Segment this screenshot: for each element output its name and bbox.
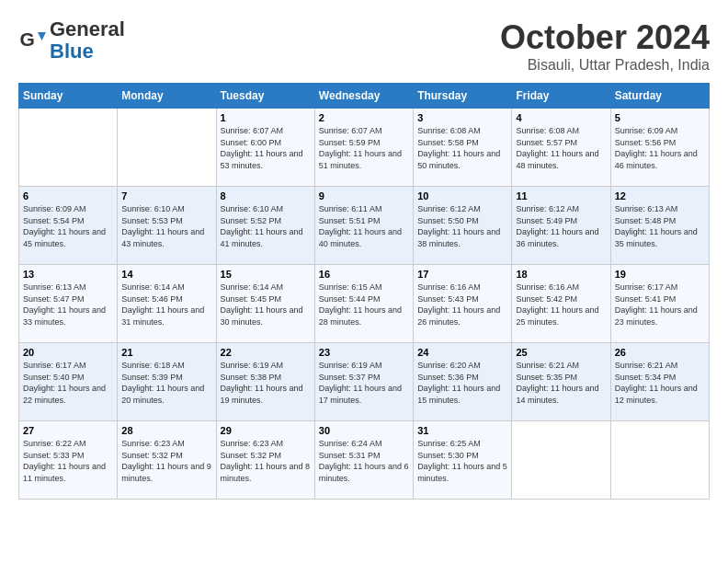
calendar-cell: 12Sunrise: 6:13 AM Sunset: 5:48 PM Dayli… [610,187,709,265]
day-header-thursday: Thursday [414,84,512,109]
calendar-cell: 4Sunrise: 6:08 AM Sunset: 5:57 PM Daylig… [512,109,610,187]
calendar-week-row: 27Sunrise: 6:22 AM Sunset: 5:33 PM Dayli… [19,421,710,500]
calendar-week-row: 20Sunrise: 6:17 AM Sunset: 5:40 PM Dayli… [19,343,710,421]
day-detail: Sunrise: 6:22 AM Sunset: 5:33 PM Dayligh… [23,438,113,484]
day-detail: Sunrise: 6:19 AM Sunset: 5:37 PM Dayligh… [319,360,409,406]
logo-icon: G [18,27,46,54]
day-detail: Sunrise: 6:11 AM Sunset: 5:51 PM Dayligh… [319,203,409,249]
month-title: October 2024 [500,18,710,57]
calendar-cell: 1Sunrise: 6:07 AM Sunset: 6:00 PM Daylig… [216,109,314,187]
day-detail: Sunrise: 6:19 AM Sunset: 5:38 PM Dayligh… [221,360,311,406]
day-number: 20 [23,347,113,358]
day-detail: Sunrise: 6:25 AM Sunset: 5:30 PM Dayligh… [417,438,507,484]
calendar-cell: 31Sunrise: 6:25 AM Sunset: 5:30 PM Dayli… [414,421,512,500]
day-detail: Sunrise: 6:07 AM Sunset: 6:00 PM Dayligh… [221,125,311,171]
day-detail: Sunrise: 6:23 AM Sunset: 5:32 PM Dayligh… [221,438,311,484]
day-number: 6 [23,190,113,201]
calendar-cell: 29Sunrise: 6:23 AM Sunset: 5:32 PM Dayli… [216,421,314,500]
calendar-cell: 14Sunrise: 6:14 AM Sunset: 5:46 PM Dayli… [118,265,216,343]
day-number: 8 [221,190,311,201]
day-header-saturday: Saturday [610,84,709,109]
calendar-cell: 3Sunrise: 6:08 AM Sunset: 5:58 PM Daylig… [414,109,512,187]
calendar-cell: 18Sunrise: 6:16 AM Sunset: 5:42 PM Dayli… [512,265,610,343]
day-number: 10 [417,190,507,201]
day-header-sunday: Sunday [19,84,118,109]
day-number: 3 [417,112,507,123]
day-detail: Sunrise: 6:21 AM Sunset: 5:34 PM Dayligh… [615,360,705,406]
day-header-tuesday: Tuesday [216,84,314,109]
day-number: 21 [121,347,211,358]
calendar-cell: 28Sunrise: 6:23 AM Sunset: 5:32 PM Dayli… [118,421,216,500]
day-number: 24 [417,347,507,358]
day-detail: Sunrise: 6:12 AM Sunset: 5:49 PM Dayligh… [516,203,606,249]
calendar-cell: 7Sunrise: 6:10 AM Sunset: 5:53 PM Daylig… [118,187,216,265]
calendar-cell: 19Sunrise: 6:17 AM Sunset: 5:41 PM Dayli… [610,265,709,343]
day-detail: Sunrise: 6:17 AM Sunset: 5:40 PM Dayligh… [23,360,113,406]
calendar-cell [118,109,216,187]
calendar-cell: 15Sunrise: 6:14 AM Sunset: 5:45 PM Dayli… [216,265,314,343]
day-detail: Sunrise: 6:18 AM Sunset: 5:39 PM Dayligh… [121,360,211,406]
day-detail: Sunrise: 6:07 AM Sunset: 5:59 PM Dayligh… [319,125,409,171]
calendar-header-row: SundayMondayTuesdayWednesdayThursdayFrid… [19,84,710,109]
day-number: 12 [615,190,705,201]
calendar-cell: 5Sunrise: 6:09 AM Sunset: 5:56 PM Daylig… [610,109,709,187]
day-detail: Sunrise: 6:08 AM Sunset: 5:58 PM Dayligh… [417,125,507,171]
location: Bisauli, Uttar Pradesh, India [500,57,710,74]
calendar-cell: 26Sunrise: 6:21 AM Sunset: 5:34 PM Dayli… [610,343,709,421]
day-number: 14 [121,269,211,280]
day-number: 23 [319,347,409,358]
svg-marker-2 [38,32,46,40]
day-number: 17 [417,269,507,280]
day-header-wednesday: Wednesday [314,84,413,109]
calendar-cell: 6Sunrise: 6:09 AM Sunset: 5:54 PM Daylig… [19,187,118,265]
calendar-cell: 21Sunrise: 6:18 AM Sunset: 5:39 PM Dayli… [118,343,216,421]
day-detail: Sunrise: 6:12 AM Sunset: 5:50 PM Dayligh… [417,203,507,249]
calendar-cell: 13Sunrise: 6:13 AM Sunset: 5:47 PM Dayli… [19,265,118,343]
day-number: 19 [615,269,705,280]
day-number: 9 [319,190,409,201]
calendar-cell: 20Sunrise: 6:17 AM Sunset: 5:40 PM Dayli… [19,343,118,421]
calendar-body: 1Sunrise: 6:07 AM Sunset: 6:00 PM Daylig… [19,109,710,500]
title-block: October 2024 Bisauli, Uttar Pradesh, Ind… [500,18,710,74]
day-number: 28 [121,425,211,436]
day-detail: Sunrise: 6:13 AM Sunset: 5:47 PM Dayligh… [23,282,113,327]
calendar-cell: 16Sunrise: 6:15 AM Sunset: 5:44 PM Dayli… [314,265,413,343]
calendar-cell: 22Sunrise: 6:19 AM Sunset: 5:38 PM Dayli… [216,343,314,421]
day-detail: Sunrise: 6:14 AM Sunset: 5:45 PM Dayligh… [221,282,311,327]
day-detail: Sunrise: 6:09 AM Sunset: 5:54 PM Dayligh… [23,203,113,249]
day-detail: Sunrise: 6:23 AM Sunset: 5:32 PM Dayligh… [121,438,211,484]
day-number: 26 [615,347,705,358]
day-detail: Sunrise: 6:16 AM Sunset: 5:42 PM Dayligh… [516,282,606,327]
day-detail: Sunrise: 6:17 AM Sunset: 5:41 PM Dayligh… [615,282,705,327]
day-number: 15 [221,269,311,280]
calendar-week-row: 13Sunrise: 6:13 AM Sunset: 5:47 PM Dayli… [19,265,710,343]
day-number: 5 [615,112,705,123]
day-detail: Sunrise: 6:21 AM Sunset: 5:35 PM Dayligh… [516,360,606,406]
calendar-cell: 9Sunrise: 6:11 AM Sunset: 5:51 PM Daylig… [314,187,413,265]
day-number: 13 [23,269,113,280]
day-detail: Sunrise: 6:24 AM Sunset: 5:31 PM Dayligh… [319,438,409,484]
logo-blue: Blue [50,40,94,63]
calendar-cell: 23Sunrise: 6:19 AM Sunset: 5:37 PM Dayli… [314,343,413,421]
day-detail: Sunrise: 6:10 AM Sunset: 5:53 PM Dayligh… [121,203,211,249]
calendar-cell: 2Sunrise: 6:07 AM Sunset: 5:59 PM Daylig… [314,109,413,187]
logo: G General Blue [18,18,125,63]
day-number: 31 [417,425,507,436]
day-number: 22 [221,347,311,358]
calendar-cell [610,421,709,500]
calendar-week-row: 1Sunrise: 6:07 AM Sunset: 6:00 PM Daylig… [19,109,710,187]
calendar-cell: 24Sunrise: 6:20 AM Sunset: 5:36 PM Dayli… [414,343,512,421]
day-detail: Sunrise: 6:10 AM Sunset: 5:52 PM Dayligh… [221,203,311,249]
day-detail: Sunrise: 6:09 AM Sunset: 5:56 PM Dayligh… [615,125,705,171]
calendar-cell: 11Sunrise: 6:12 AM Sunset: 5:49 PM Dayli… [512,187,610,265]
calendar-cell: 17Sunrise: 6:16 AM Sunset: 5:43 PM Dayli… [414,265,512,343]
calendar-cell: 8Sunrise: 6:10 AM Sunset: 5:52 PM Daylig… [216,187,314,265]
calendar-cell: 27Sunrise: 6:22 AM Sunset: 5:33 PM Dayli… [19,421,118,500]
day-number: 18 [516,269,606,280]
calendar-cell: 10Sunrise: 6:12 AM Sunset: 5:50 PM Dayli… [414,187,512,265]
svg-text:G: G [20,29,35,50]
calendar-table: SundayMondayTuesdayWednesdayThursdayFrid… [18,83,710,500]
calendar-week-row: 6Sunrise: 6:09 AM Sunset: 5:54 PM Daylig… [19,187,710,265]
day-detail: Sunrise: 6:15 AM Sunset: 5:44 PM Dayligh… [319,282,409,327]
calendar-cell: 30Sunrise: 6:24 AM Sunset: 5:31 PM Dayli… [314,421,413,500]
